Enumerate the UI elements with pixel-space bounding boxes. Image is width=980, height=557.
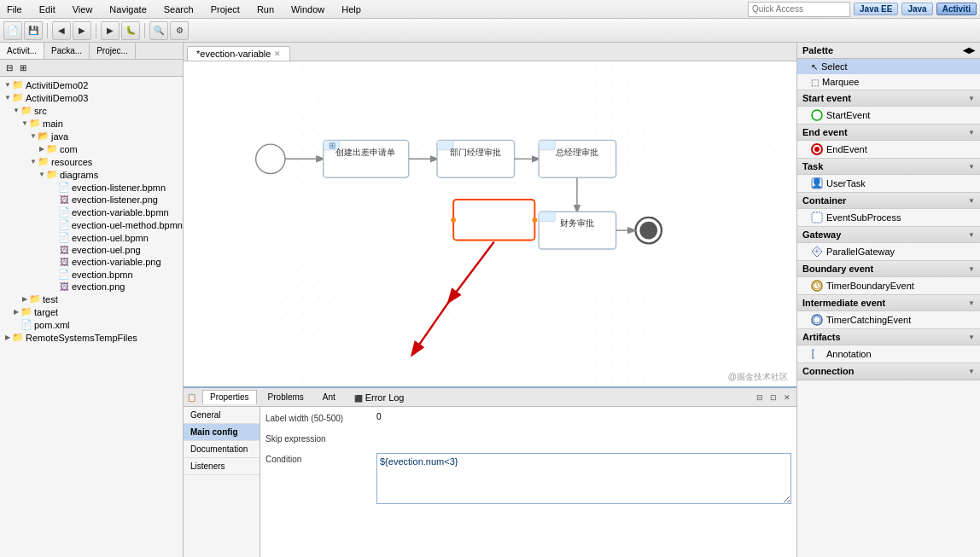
palette-timerboundary-label: TimerBoundaryEvent (826, 281, 914, 291)
quick-access-input[interactable] (748, 2, 850, 17)
editor-tab-close[interactable]: ✕ (274, 49, 281, 58)
tree-item-evection-variable-bpmn[interactable]: 📄 evection-variable.bpmn (0, 206, 183, 218)
menu-project[interactable]: Project (207, 3, 243, 16)
menu-window[interactable]: Window (288, 3, 328, 16)
tree-collapse[interactable]: ⊟ (3, 62, 15, 73)
props-section-listeners[interactable]: Listeners (184, 458, 260, 475)
palette-endevent-label: EndEvent (826, 144, 867, 154)
palette-item-eventsubprocess[interactable]: EventSubProcess (797, 209, 980, 226)
tree-item-remotetemp[interactable]: ▶ 📁 RemoteSystemsTempFiles (0, 331, 183, 344)
gateway-section-arrow: ▼ (968, 231, 975, 239)
toolbar: 📄 💾 ◀ ▶ ▶ 🐛 🔍 ⚙ (0, 19, 980, 43)
diagram-canvas[interactable]: ⊞ 创建出差申请单 部门经理审批 总经理审批 财务审批 (184, 61, 796, 386)
tree-item-evection-uel-bpmn[interactable]: 📄 evection-uel.bpmn (0, 231, 183, 244)
left-tab-project[interactable]: Projec... (90, 43, 136, 59)
menu-navigate[interactable]: Navigate (106, 3, 149, 16)
palette-section-gateway-header[interactable]: Gateway ▼ (797, 227, 980, 243)
tree-item-src[interactable]: ▼ 📁 src (0, 104, 183, 117)
menu-help[interactable]: Help (338, 3, 365, 16)
svg-rect-10 (539, 140, 555, 149)
bottom-tab-bar: 📋 Properties Problems Ant ⬛ Error Log ⊟ … (184, 388, 796, 407)
palette-section-task-header[interactable]: Task ▼ (797, 159, 980, 175)
tree-item-evection-listener-bpmn[interactable]: 📄 evection-listener.bpmn (0, 181, 183, 194)
palette-section-connection: Connection ▼ (797, 363, 980, 380)
menu-search[interactable]: Search (160, 3, 197, 16)
tree-expand[interactable]: ⊞ (17, 62, 29, 73)
task-section-arrow: ▼ (968, 163, 975, 171)
bottom-tab-errorlog[interactable]: ⬛ Error Log (347, 390, 412, 405)
toolbar-run[interactable]: ▶ (101, 21, 120, 40)
palette-section-connection-header[interactable]: Connection ▼ (797, 363, 980, 380)
panel-maximize[interactable]: ⊡ (767, 392, 779, 403)
tree-item-pom[interactable]: 📄 pom.xml (0, 318, 183, 331)
tree-item-evection-uel-method-bpmn[interactable]: 📄 evection-uel-method.bpmn (0, 218, 183, 231)
tree-item-activitidemo03[interactable]: ▼ 📁 ActivitiDemo03 (0, 91, 183, 104)
tree-item-resources[interactable]: ▼ 📁 resources (0, 155, 183, 168)
palette-item-timerboundary[interactable]: TimerBoundaryEvent (797, 277, 980, 294)
palette-section-end-header[interactable]: End event ▼ (797, 125, 980, 141)
palette-section-artifacts-header[interactable]: Artifacts ▼ (797, 329, 980, 345)
selected-task[interactable] (453, 200, 534, 241)
bottom-tab-problems[interactable]: Problems (260, 390, 312, 404)
palette-item-usertask[interactable]: 👤 UserTask (797, 175, 980, 192)
bottom-tab-properties[interactable]: Properties (202, 390, 257, 404)
bottom-tab-ant[interactable]: Ant (315, 390, 343, 404)
palette-item-end-event[interactable]: EndEvent (797, 141, 980, 158)
toolbar-new[interactable]: 📄 (3, 21, 22, 40)
tree-item-java[interactable]: ▼ 📂 java (0, 130, 183, 142)
connection-section-arrow: ▼ (968, 368, 975, 375)
palette-item-marquee[interactable]: ⬚ Marquee (797, 74, 980, 90)
svg-text:👤: 👤 (811, 177, 823, 189)
tree-item-activitidemo02[interactable]: ▼ 📁 ActivitiDemo02 (0, 78, 183, 91)
props-section-mainconfig[interactable]: Main config (184, 424, 260, 441)
panel-minimize[interactable]: ⊟ (754, 392, 766, 403)
left-tab-activiti[interactable]: Activit... (0, 43, 44, 59)
tree-item-evection-listener-png[interactable]: 🖼 evection-listener.png (0, 194, 183, 206)
tree-item-evection-variable-png[interactable]: 🖼 evection-variable.png (0, 256, 183, 268)
start-event[interactable] (256, 144, 285, 173)
props-section-general[interactable]: General (184, 407, 260, 424)
tree-item-evection-png[interactable]: 🖼 evection.png (0, 281, 183, 293)
tree-item-com[interactable]: ▶ 📁 com (0, 142, 183, 155)
palette-section-intermediate-header[interactable]: Intermediate event ▼ (797, 295, 980, 311)
editor-tab-evection-variable[interactable]: *evection-variable ✕ (187, 46, 290, 61)
tree-item-diagrams[interactable]: ▼ 📁 diagrams (0, 168, 183, 181)
tree-label: evection.png (72, 281, 125, 292)
tree-item-main[interactable]: ▼ 📁 main (0, 117, 183, 130)
menu-edit[interactable]: Edit (36, 3, 59, 16)
tree-item-evection-uel-png[interactable]: 🖼 evection-uel.png (0, 244, 183, 256)
perspective-java[interactable]: Java (901, 3, 932, 15)
palette-item-parallelgateway[interactable]: + ParallelGateway (797, 243, 980, 260)
palette-collapse-icon[interactable]: ◀▶ (963, 46, 975, 55)
toolbar-debug[interactable]: 🐛 (121, 21, 140, 40)
connection-dot-right[interactable] (533, 218, 538, 223)
left-tab-package[interactable]: Packa... (44, 43, 90, 59)
palette-item-start-event[interactable]: StartEvent (797, 107, 980, 124)
tree-label: ActivitiDemo03 (26, 93, 88, 103)
tree-item-test[interactable]: ▶ 📁 test (0, 293, 183, 305)
perspective-activiti[interactable]: Activiti (936, 3, 977, 15)
menu-run[interactable]: Run (254, 3, 277, 16)
tree-item-target[interactable]: ▶ 📁 target (0, 305, 183, 318)
tree-item-evection-bpmn[interactable]: 📄 evection.bpmn (0, 268, 183, 281)
menu-file[interactable]: File (3, 3, 26, 16)
toolbar-forward[interactable]: ▶ (73, 21, 91, 40)
perspective-java-ee[interactable]: Java EE (854, 3, 898, 15)
palette-section-container-header[interactable]: Container ▼ (797, 193, 980, 209)
toolbar-back[interactable]: ◀ (52, 21, 71, 40)
toolbar-search[interactable]: 🔍 (149, 21, 168, 40)
panel-close[interactable]: ✕ (781, 392, 793, 403)
palette-item-annotation[interactable]: Annotation (797, 345, 980, 363)
palette-item-select[interactable]: ↖ Select (797, 59, 980, 74)
toolbar-save[interactable]: 💾 (24, 21, 43, 40)
palette-section-gateway-label: Gateway (802, 229, 841, 240)
palette-section-start-header[interactable]: Start event ▼ (797, 90, 980, 107)
toolbar-settings[interactable]: ⚙ (170, 21, 189, 40)
condition-textarea[interactable]: ${evection.num<3} (376, 453, 791, 504)
props-section-documentation[interactable]: Documentation (184, 441, 260, 458)
connection-dot-left[interactable] (451, 218, 456, 223)
prop-label-skipexpression: Skip expression (265, 432, 376, 444)
palette-item-timercatching[interactable]: TimerCatchingEvent (797, 311, 980, 328)
palette-section-boundary-header[interactable]: Boundary event ▼ (797, 261, 980, 277)
menu-view[interactable]: View (69, 3, 96, 16)
